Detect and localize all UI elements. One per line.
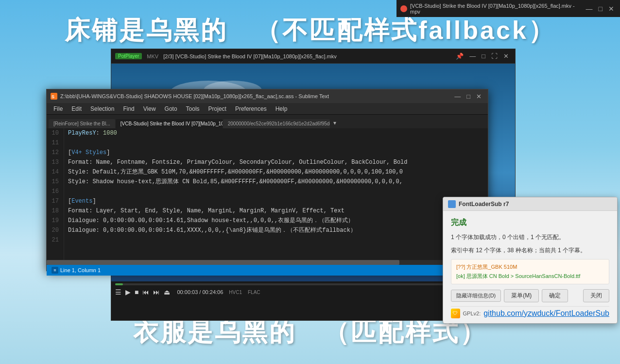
fontloader-gpl-link[interactable]: github.com/yzwduck/FontLoaderSub <box>483 309 609 318</box>
menu-selection[interactable]: Selection <box>86 104 118 113</box>
code-line-12: [V4+ Styles] <box>68 148 484 157</box>
potplayer-fullscreen-button[interactable]: ⛶ <box>489 52 500 60</box>
fontloader-gpl-prefix: GPLv2: <box>463 311 481 316</box>
menu-project[interactable]: Project <box>205 104 230 113</box>
tab-reinforce[interactable]: [ReinForce] Strike the Bl... <box>49 119 115 128</box>
tab-reinforce-label: [ReinForce] Strike the Bl... <box>53 121 110 126</box>
sublime-close-button[interactable]: ✕ <box>474 93 484 100</box>
potplayer-eject-button[interactable]: ⏏ <box>164 288 170 296</box>
fontloader-confirm-button[interactable]: 确定 <box>542 289 568 302</box>
fontloader-actions: 隐藏详细信息(D) 菜单(M) 确定 关闭 <box>451 289 609 302</box>
fontloader-font-ok-line: [ok] 思源黑体 CN Bold > SourceHanSansCN-Bold… <box>456 272 604 281</box>
line-num-18: 18 <box>51 206 59 216</box>
svg-text:S: S <box>52 94 54 99</box>
menu-tools[interactable]: Tools <box>182 104 204 113</box>
potplayer-title-buttons: 📌 — □ ⛶ ✕ <box>453 52 511 60</box>
fontloader-status-line2: 索引中有 12 个字体，38 种名称；当前共 1 个字幕。 <box>451 246 609 255</box>
sublime-menubar: File Edit Selection Find View Goto Tools… <box>47 103 488 115</box>
line-num-19: 19 <box>51 216 59 225</box>
code-line-15: Style: Shadow house-text,思源黑体 CN Bold,85… <box>68 177 484 187</box>
menu-edit[interactable]: Edit <box>68 104 86 113</box>
line-num-13: 13 <box>51 157 59 167</box>
menu-goto[interactable]: Goto <box>161 104 181 113</box>
fontloader-app-icon <box>448 200 456 208</box>
sublime-status-icon: ≡ <box>52 267 58 274</box>
fontloader-font-warn-line: [??] 方正悠黑_GBK 510M <box>456 262 604 272</box>
fontloader-title: FontLoaderSub r7 <box>459 201 509 208</box>
tab-overflow-button[interactable]: ▾ <box>330 118 339 128</box>
potplayer-minimize-button[interactable]: — <box>467 52 478 60</box>
line-numbers: 10 11 12 13 14 15 16 17 18 19 20 21 <box>47 128 64 260</box>
mpv-app-icon <box>400 5 407 12</box>
sublime-titlebar: S Z:\bbb\[UHA-WINGS&VCB-Studio] SHADOWS … <box>47 89 488 103</box>
code-line-19: Dialogue: 0,0:00:00.00,0:00:14.61,Shadow… <box>68 216 484 225</box>
tab-vcbstudio[interactable]: [VCB-Studio] Strike the Blood IV [07][Ma… <box>116 119 223 128</box>
tab-manifest[interactable]: 20000000/ec52ce992b1e166c9d1e2d2ad6f95de… <box>223 119 330 128</box>
sublime-cursor-position: Line 1, Column 1 <box>60 267 101 273</box>
mpv-minimize-button[interactable]: — <box>584 5 595 13</box>
fontloader-font-warn: [??] 方正悠黑_GBK 510M <box>456 264 517 270</box>
mpv-titlebar: [VCB-Studio] Strike the Blood IV [07][Ma… <box>396 3 620 15</box>
menu-view[interactable]: View <box>139 104 160 113</box>
code-line-10: PlayResY: 1080 <box>68 128 484 138</box>
menu-file[interactable]: File <box>50 104 67 113</box>
fontloader-dialog: FontLoaderSub r7 完成 1 个字体加载成功，0 个出错，1 个无… <box>443 197 618 324</box>
sublime-app-icon: S <box>51 93 57 100</box>
sublime-editor[interactable]: 10 11 12 13 14 15 16 17 18 19 20 21 Play… <box>47 128 488 260</box>
fontloader-status-line1: 1 个字体加载成功，0 个出错，1 个无匹配。 <box>451 233 609 242</box>
code-line-18: Format: Layer, Start, End, Style, Name, … <box>68 206 484 216</box>
menu-preferences[interactable]: Preferences <box>231 104 271 113</box>
fontloader-complete-label: 完成 <box>451 218 609 228</box>
potplayer-time-display: 00:00:03 / 00:24:06 <box>177 289 223 295</box>
tab-vcbstudio-label: [VCB-Studio] Strike the Blood IV [07][Ma… <box>121 121 223 126</box>
mpv-window-controls: — □ ✕ <box>584 5 616 13</box>
code-line-11 <box>68 138 484 148</box>
tab-manifest-label: 20000000/ec52ce992b1e166c9d1e2d2ad6f95de… <box>228 121 330 126</box>
code-line-14: Style: Default,方正悠黑_GBK 510M,70,&H00FFFF… <box>68 167 484 177</box>
menu-find[interactable]: Find <box>119 104 138 113</box>
fontloader-titlebar: FontLoaderSub r7 <box>443 197 617 211</box>
mpv-window: [VCB-Studio] Strike the Blood IV [07][Ma… <box>396 0 620 17</box>
potplayer-nav-label: MKV <box>147 53 158 59</box>
code-content[interactable]: PlayResY: 1080 [V4+ Styles] Format: Name… <box>64 128 488 260</box>
mpv-close-button[interactable]: ✕ <box>606 5 616 13</box>
mpv-maximize-button[interactable]: □ <box>597 5 604 13</box>
potplayer-codec-audio: FLAC <box>248 290 260 295</box>
fontloader-close-button[interactable]: 关闭 <box>583 289 609 302</box>
potplayer-stop-button[interactable]: ■ <box>135 288 138 296</box>
line-num-21: 21 <box>51 235 59 245</box>
fontloader-menu-button[interactable]: 菜单(M) <box>504 289 539 302</box>
line-num-14: 14 <box>51 167 59 177</box>
fontloader-font-ok: [ok] 思源黑体 CN Bold > SourceHanSansCN-Bold… <box>456 273 580 279</box>
sublime-minimize-button[interactable]: — <box>452 93 463 100</box>
sublime-statusbar: ≡ Line 1, Column 1 <box>47 265 488 276</box>
potplayer-play-button[interactable]: ▶ <box>125 288 131 296</box>
potplayer-titlebar: PotPlayer MKV [2/3] [VCB-Studio] Strike … <box>111 49 515 64</box>
sublime-window-controls: — □ ✕ <box>452 93 484 100</box>
line-num-15: 15 <box>51 177 59 187</box>
fontloader-body: 完成 1 个字体加载成功，0 个出错，1 个无匹配。 索引中有 12 个字体，3… <box>443 211 617 323</box>
sublime-maximize-button[interactable]: □ <box>464 93 473 100</box>
potplayer-restore-button[interactable]: □ <box>479 52 488 60</box>
fontloader-status-text1: 1 个字体加载成功，0 个出错，1 个无匹配。 <box>451 234 565 241</box>
potplayer-prev-button[interactable]: ⏮ <box>142 288 149 296</box>
potplayer-pin-button[interactable]: 📌 <box>453 52 466 60</box>
potplayer-progress-fill <box>115 283 123 285</box>
potplayer-badge: PotPlayer <box>115 53 142 59</box>
sublime-status-position: ≡ Line 1, Column 1 <box>52 267 101 274</box>
mpv-title: [VCB-Studio] Strike the Blood IV [07][Ma… <box>410 3 581 15</box>
sublime-window-title: Z:\bbb\[UHA-WINGS&VCB-Studio] SHADOWS HO… <box>60 93 449 99</box>
line-num-12: 12 <box>51 148 59 157</box>
sublime-scrollbar[interactable] <box>47 260 488 265</box>
potplayer-codec-video: HVC1 <box>229 290 242 295</box>
fontloader-expand-button[interactable]: 隐藏详细信息(D) <box>451 290 501 302</box>
menu-help[interactable]: Help <box>272 104 292 113</box>
line-num-16: 16 <box>51 187 59 196</box>
potplayer-next-button[interactable]: ⏭ <box>153 288 160 296</box>
code-line-20: Dialogue: 0,0:00:00.00,0:00:14.61,XXXX,,… <box>68 225 484 235</box>
fontloader-status-text2: 索引中有 12 个字体，38 种名称；当前共 1 个字幕。 <box>451 247 586 254</box>
line-num-20: 20 <box>51 225 59 235</box>
top-subtitle-text: 床铺是乌黑的 （不匹配样式fallback） <box>0 14 620 48</box>
potplayer-menu-icon[interactable]: ☰ <box>115 288 121 296</box>
potplayer-close-button[interactable]: ✕ <box>501 52 511 60</box>
